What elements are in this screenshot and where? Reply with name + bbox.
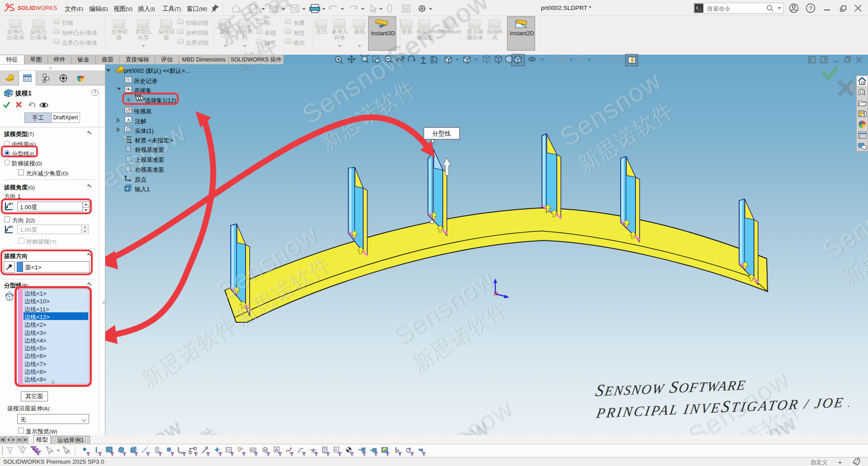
svg-text:A: A [11,225,14,229]
svg-text:A: A [127,117,130,122]
svg-text:A: A [275,447,278,452]
svg-text:A: A [335,447,337,452]
svg-text:分型线: 分型线 [432,130,451,137]
svg-text:0.3: 0.3 [251,448,256,452]
svg-text:SOLIDWORKS: SOLIDWORKS [18,5,57,11]
svg-text:?: ? [809,5,812,12]
svg-text:N: N [264,448,267,452]
